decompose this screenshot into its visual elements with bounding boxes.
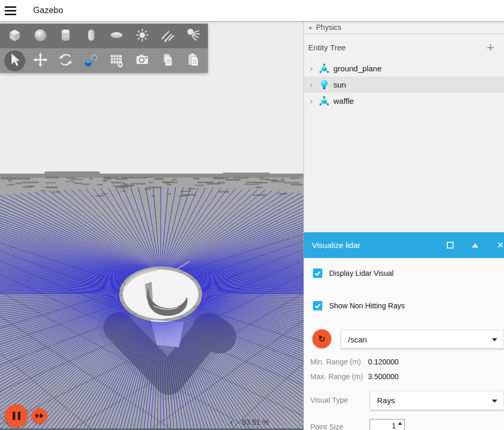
directional-light-tool-button[interactable] (155, 25, 181, 48)
dropdown-arrow-icon (492, 338, 497, 341)
visual-type-dropdown[interactable]: Rays (370, 391, 504, 410)
paste-tool-button[interactable] (181, 49, 206, 72)
checkbox-label: Display Lidar Visual (329, 269, 394, 277)
menu-icon[interactable] (0, 0, 21, 21)
checkbox-checked-icon[interactable] (313, 268, 322, 278)
spin-up-icon[interactable] (398, 422, 402, 425)
pause-icon (13, 412, 15, 420)
min-range-label: Min. Range (m) (310, 358, 368, 366)
model-icon (318, 63, 330, 74)
tree-item-label: waffle (333, 96, 354, 105)
physics-section-header[interactable]: + Physics (304, 21, 504, 34)
point-size-value: 1 (392, 422, 396, 430)
screenshot-tool-button[interactable] (130, 49, 155, 72)
collapse-icon[interactable] (469, 232, 481, 258)
point-size-spinbox[interactable]: 1 (370, 419, 405, 430)
physics-label: Physics (316, 23, 341, 31)
chevron-right-icon[interactable]: › (310, 81, 318, 89)
scene-viewport[interactable]: ‹ 93.51 % (0, 21, 303, 430)
panel-title: Visualize lidar (312, 241, 360, 250)
rotate-icon (57, 51, 75, 71)
tree-item-sun[interactable]: › sun (304, 77, 504, 93)
snap-grid-tool-button[interactable] (104, 49, 130, 72)
lidar-scene-render[interactable] (0, 21, 303, 430)
translate-icon (32, 51, 49, 71)
capsule-icon (82, 26, 101, 47)
dropdown-arrow-icon (492, 400, 497, 403)
tree-item-label: sun (333, 80, 346, 89)
close-icon[interactable]: ✕ (494, 232, 504, 258)
copy-icon (159, 51, 176, 71)
cylinder-icon (56, 26, 75, 47)
scene-toolbar (0, 24, 208, 73)
tree-item-waffle[interactable]: › waffle (304, 93, 504, 109)
refresh-topics-button[interactable]: ↻ (312, 329, 331, 348)
fast-forward-icon (36, 413, 39, 418)
align-icon (82, 51, 100, 71)
copy-tool-button[interactable] (155, 49, 181, 72)
app-title: Gazebo (33, 6, 63, 15)
shapes-toolbar-row (0, 24, 208, 48)
display-lidar-visual-checkbox[interactable]: Display Lidar Visual (313, 268, 394, 278)
tree-item-ground-plane[interactable]: › ground_plane (304, 60, 504, 77)
step-forward-button[interactable] (32, 408, 47, 424)
float-window-icon[interactable] (444, 232, 456, 258)
rtf-expand-chevron[interactable]: ‹ (230, 418, 233, 426)
title-bar: Gazebo (0, 0, 504, 21)
visual-type-value: Rays (377, 396, 395, 405)
rotate-tool-button[interactable] (53, 49, 79, 72)
right-panel: + Physics Entity Tree + › ground_plane ›… (303, 21, 504, 430)
topic-dropdown-value: /scan (348, 335, 367, 344)
expand-plus-icon: + (308, 23, 313, 32)
sphere-tool-button[interactable] (28, 25, 54, 48)
ellipsoid-icon (107, 26, 126, 47)
model-icon (318, 95, 330, 107)
max-range-row: Max. Range (m) 3.500000 (310, 372, 398, 381)
visualize-lidar-header[interactable]: Visualize lidar ✕ (304, 232, 504, 258)
entity-tree-header: Entity Tree + (304, 34, 504, 60)
min-range-value: 0.120000 (368, 358, 398, 366)
translate-tool-button[interactable] (28, 49, 54, 72)
point-size-label: Point Size (310, 423, 343, 430)
show-non-hitting-rays-checkbox[interactable]: Show Non Hitting Rays (313, 301, 405, 310)
entity-tree-title: Entity Tree (308, 43, 487, 52)
ellipsoid-tool-button[interactable] (104, 25, 130, 48)
tools-toolbar-row (0, 48, 208, 73)
spot-light-icon (184, 26, 203, 47)
add-entity-button[interactable]: + (487, 42, 495, 52)
visual-type-label: Visual Type (310, 396, 348, 404)
snap-grid-icon (108, 51, 125, 71)
directional-light-icon (158, 26, 177, 47)
point-light-tool-button[interactable] (130, 25, 155, 48)
tree-item-label: ground_plane (333, 64, 382, 73)
max-range-label: Max. Range (m) (310, 372, 368, 381)
refresh-icon: ↻ (318, 334, 326, 345)
pause-button[interactable] (5, 404, 28, 427)
visualize-lidar-panel: Visualize lidar ✕ Display Lidar Visual S… (304, 232, 504, 430)
box-tool-button[interactable] (2, 25, 28, 48)
paste-icon (184, 51, 202, 71)
select-icon (6, 51, 24, 71)
checkbox-checked-icon[interactable] (313, 301, 322, 310)
chevron-right-icon[interactable]: › (310, 97, 318, 105)
sphere-icon (31, 26, 50, 47)
chevron-right-icon[interactable]: › (310, 64, 318, 73)
align-tool-button[interactable] (79, 49, 104, 72)
box-icon (5, 26, 24, 47)
point-light-icon (133, 26, 152, 47)
light-icon (318, 79, 330, 91)
checkbox-label: Show Non Hitting Rays (329, 302, 405, 310)
min-range-row: Min. Range (m) 0.120000 (310, 358, 398, 366)
cylinder-tool-button[interactable] (53, 25, 79, 48)
capsule-tool-button[interactable] (79, 25, 104, 48)
rtf-value: 93.51 % (242, 418, 269, 426)
select-tool-button[interactable] (2, 49, 28, 72)
max-range-value: 3.500000 (368, 372, 398, 381)
spot-light-tool-button[interactable] (181, 25, 206, 48)
topic-dropdown[interactable]: /scan (341, 330, 504, 349)
visualize-lidar-body: Display Lidar Visual Show Non Hitting Ra… (304, 258, 504, 430)
screenshot-icon (133, 51, 151, 71)
rtf-display: ‹ 93.51 % (230, 418, 269, 426)
